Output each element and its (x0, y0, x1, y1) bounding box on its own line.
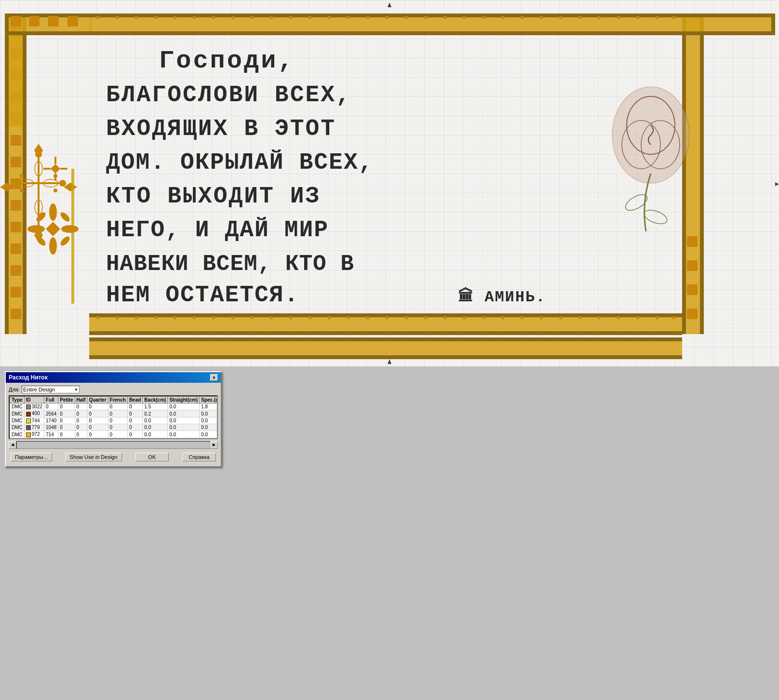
dialog-close-button[interactable]: × (210, 374, 218, 381)
svg-rect-32 (598, 16, 601, 19)
svg-text:КТО ВЫХОДИТ ИЗ: КТО ВЫХОДИТ ИЗ (106, 183, 321, 209)
svg-rect-104 (48, 16, 59, 27)
svg-rect-144 (43, 168, 51, 170)
svg-rect-11 (193, 16, 196, 19)
cell-half: 0 (75, 404, 87, 410)
svg-rect-53 (11, 309, 21, 319)
col-half: Half (75, 397, 87, 404)
svg-rect-5 (89, 31, 682, 35)
cell-quarter: 0 (87, 431, 108, 438)
cell-bead: 0 (127, 431, 142, 438)
svg-rect-90 (540, 316, 543, 319)
svg-point-130 (54, 189, 57, 192)
svg-rect-10 (174, 16, 176, 19)
scroll-left-arrow[interactable]: ◀ (9, 441, 16, 449)
svg-rect-105 (67, 16, 78, 27)
svg-rect-143 (54, 174, 56, 181)
button-row: Параметры... Show Use in Design OK Справ… (9, 451, 218, 463)
svg-rect-93 (598, 316, 601, 319)
scroll-right-arrow[interactable]: ▶ (210, 441, 218, 449)
cell-full: 0 (44, 404, 58, 410)
cell-straight: 0.0 (168, 410, 200, 417)
cell-full: 1048 (44, 424, 58, 431)
dialog-title: Расход Ниток (9, 374, 48, 381)
svg-rect-57 (687, 236, 698, 247)
thread-table-body: DMC 3022 0 0 0 0 0 0 1.5 0.0 1.8 1.315 D… (10, 404, 218, 438)
cell-type: DMC (10, 424, 25, 431)
params-button[interactable]: Параметры... (11, 453, 52, 461)
svg-rect-142 (54, 157, 56, 164)
svg-text:🏛 АМИНЬ.: 🏛 АМИНЬ. (458, 287, 546, 306)
cell-bead: 0 (127, 410, 142, 417)
svg-rect-69 (135, 316, 138, 319)
svg-rect-70 (154, 316, 157, 319)
svg-rect-112 (23, 35, 27, 127)
thread-table-wrapper[interactable]: Type ID Full Petite Half Quarter French … (9, 395, 218, 439)
svg-rect-31 (578, 16, 581, 19)
col-id: ID (24, 397, 44, 404)
svg-rect-52 (11, 287, 21, 297)
svg-rect-25 (463, 16, 466, 19)
svg-rect-88 (501, 316, 504, 319)
svg-rect-35 (656, 16, 658, 19)
svg-rect-13 (231, 16, 234, 19)
svg-rect-74 (231, 316, 234, 319)
svg-rect-59 (687, 284, 698, 295)
table-row: DMC 3022 0 0 0 0 0 0 1.5 0.0 1.8 1.315 (10, 404, 218, 410)
table-row: DMC 972 714 0 0 0 0 0 0.0 0.0 0.0 0.304 (10, 431, 218, 438)
cell-french: 0 (108, 431, 127, 438)
svg-rect-71 (174, 316, 176, 319)
svg-point-134 (61, 225, 79, 233)
svg-rect-109 (771, 13, 775, 35)
scroll-track[interactable] (16, 441, 210, 449)
pattern-svg: Господи, БЛАГОСЛОВИ ВСЕХ, ВХОДЯЩИХ В ЭТО… (0, 0, 779, 366)
help-button[interactable]: Справка (182, 453, 216, 461)
svg-rect-18 (328, 16, 331, 19)
cell-back: 1.5 (143, 404, 168, 410)
cell-full: 1740 (44, 417, 58, 424)
svg-rect-51 (11, 265, 21, 276)
cell-spec: 0.0 (200, 417, 218, 424)
svg-rect-84 (424, 316, 427, 319)
cell-bead: 0 (127, 424, 142, 431)
table-header-row: Type ID Full Petite Half Quarter French … (10, 397, 218, 404)
svg-rect-56 (700, 13, 704, 334)
svg-rect-85 (443, 316, 446, 319)
cell-straight: 0.0 (168, 404, 200, 410)
svg-rect-72 (193, 316, 196, 319)
cell-type: DMC (10, 410, 25, 417)
svg-rect-50 (11, 243, 21, 254)
svg-rect-23 (424, 16, 427, 19)
svg-rect-19 (347, 16, 350, 19)
cell-petite: 0 (58, 417, 75, 424)
col-full: Full (44, 397, 58, 404)
horizontal-scrollbar[interactable]: ◀ ▶ (9, 441, 218, 449)
svg-rect-89 (521, 316, 524, 319)
cell-full: 2564 (44, 410, 58, 417)
svg-rect-60 (687, 309, 698, 319)
svg-rect-75 (251, 316, 254, 319)
svg-rect-73 (212, 316, 215, 319)
cell-quarter: 0 (87, 410, 108, 417)
svg-rect-34 (636, 16, 639, 19)
svg-rect-62 (89, 313, 682, 317)
cell-spec: 0.0 (200, 424, 218, 431)
cell-petite: 0 (58, 410, 75, 417)
svg-rect-96 (656, 316, 658, 319)
entire-design-dropdown[interactable]: Entire Design ▼ (22, 386, 80, 393)
cell-half: 0 (75, 424, 87, 431)
svg-rect-94 (617, 316, 620, 319)
cell-half: 0 (75, 431, 87, 438)
cell-id: 400 (24, 410, 44, 417)
cell-quarter: 0 (87, 404, 108, 410)
svg-rect-30 (559, 16, 562, 19)
svg-rect-55 (682, 13, 686, 334)
col-petite: Petite (58, 397, 75, 404)
cell-french: 0 (108, 424, 127, 431)
svg-rect-26 (482, 16, 485, 19)
col-back: Back(cm) (143, 397, 168, 404)
show-use-in-design-button[interactable]: Show Use in Design (66, 453, 122, 461)
svg-rect-107 (682, 13, 771, 17)
svg-text:НЕГО, И ДАЙ МИР: НЕГО, И ДАЙ МИР (106, 217, 329, 243)
ok-button[interactable]: OK (135, 453, 169, 461)
